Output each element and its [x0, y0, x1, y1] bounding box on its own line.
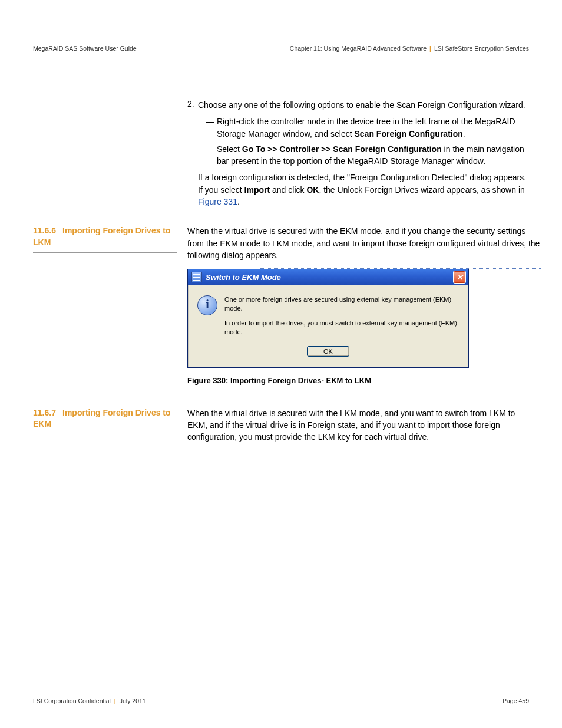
section-1167-para: When the virtual drive is secured with t…	[187, 407, 529, 443]
dialog-title: Switch to EKM Mode	[206, 273, 453, 282]
section-1166-para: When the virtual drive is secured with t…	[187, 225, 541, 261]
dialog-titlebar: Switch to EKM Mode ✕	[188, 269, 468, 285]
info-icon	[197, 295, 217, 315]
page-header: MegaRAID SAS Software User Guide Chapter…	[33, 45, 529, 52]
close-icon[interactable]: ✕	[453, 271, 466, 284]
footer-confidential: LSI Corporation Confidential	[33, 697, 111, 704]
app-icon	[191, 272, 202, 282]
header-right: Chapter 11: Using MegaRAID Advanced Soft…	[290, 45, 529, 52]
step-number: 2.	[187, 99, 198, 215]
option-goto-menu: Select Go To >> Controller >> Scan Forei…	[206, 143, 529, 167]
step-content: 2. Choose any one of the following optio…	[187, 99, 529, 215]
figure-link-331[interactable]: Figure 331	[198, 197, 237, 206]
footer-date: July 2011	[120, 697, 146, 704]
page-footer: LSI Corporation Confidential | July 2011…	[33, 697, 529, 704]
ok-button[interactable]: OK	[307, 346, 349, 357]
dialog-message: One or more foreign drives are secured u…	[224, 295, 459, 336]
header-left: MegaRAID SAS Software User Guide	[33, 45, 137, 52]
step-intro: Choose any one of the following options …	[198, 99, 529, 111]
option-right-click: Right-click the controller node in the d…	[206, 116, 529, 140]
dialog-switch-to-ekm: Switch to EKM Mode ✕ One or more foreign…	[187, 269, 469, 367]
section-heading-11-6-6: 11.6.6Importing Foreign Drives to LKM	[33, 225, 177, 252]
section-heading-11-6-7: 11.6.7Importing Foreign Drives to EKM	[33, 407, 177, 434]
result-paragraph: If a foreign configuration is detected, …	[198, 172, 529, 207]
options-list: Right-click the controller node in the d…	[198, 116, 529, 167]
figure-caption-330: Figure 330: Importing Foreign Drives- EK…	[187, 376, 541, 385]
footer-page-number: Page 459	[503, 697, 529, 704]
